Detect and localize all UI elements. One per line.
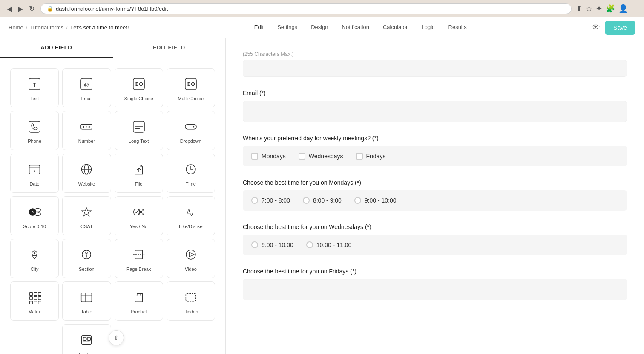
city-field-icon <box>25 245 44 264</box>
field-item-page-break[interactable]: Page Break <box>115 239 163 278</box>
radio-900-1000[interactable] <box>354 197 361 204</box>
number-field-label: Number <box>78 139 95 144</box>
svg-text:8: 8 <box>34 169 36 173</box>
bookmark-icon[interactable]: ☆ <box>586 4 592 13</box>
wednesday-time-choices: 9:00 - 10:00 10:00 - 11:00 <box>243 235 627 255</box>
field-item-multi-choice[interactable]: Multi Choice <box>167 68 215 107</box>
website-field-icon <box>77 160 96 179</box>
field-item-date[interactable]: 8 Date <box>10 154 59 193</box>
lookup-field-label: Lookup <box>79 352 94 354</box>
radio-700-800[interactable] <box>251 197 258 204</box>
svg-point-6 <box>136 83 138 85</box>
checkbox-wednesdays[interactable] <box>299 153 305 160</box>
choice-wed-1000-1100[interactable]: 10:00 - 11:00 <box>306 241 352 248</box>
puzzle-icon[interactable]: 🧩 <box>606 4 615 13</box>
phone-field-icon <box>25 117 44 136</box>
radio-800-900[interactable] <box>303 197 310 204</box>
field-item-product[interactable]: Product <box>115 281 163 321</box>
svg-marker-53 <box>189 252 194 257</box>
avatar-icon[interactable]: 👤 <box>618 4 628 13</box>
file-field-label: File <box>135 181 143 186</box>
field-item-long-text[interactable]: Long Text <box>115 111 163 150</box>
multi-choice-field-label: Multi Choice <box>178 96 204 101</box>
friday-time-choices <box>243 279 627 300</box>
tab-edit[interactable]: Edit <box>247 17 270 38</box>
wednesday-time-label: Choose the best time for you on Wednesda… <box>243 223 627 230</box>
radio-wed-900-1000[interactable] <box>251 241 258 248</box>
email-input-area[interactable] <box>243 101 627 122</box>
field-item-matrix[interactable]: Matrix <box>10 281 59 321</box>
field-item-file[interactable]: File <box>115 154 163 193</box>
radio-wed-1000-1100[interactable] <box>306 241 313 248</box>
url-text: dash.formaloo.net/u/my-forms/YF8o1Hb0/ed… <box>56 6 168 12</box>
forward-button[interactable]: ▶ <box>16 4 25 14</box>
address-bar[interactable]: 🔒 dash.formaloo.net/u/my-forms/YF8o1Hb0/… <box>40 3 572 14</box>
field-item-dropdown[interactable]: Dropdown <box>167 111 215 150</box>
tab-results[interactable]: Results <box>442 17 474 38</box>
matrix-field-icon <box>25 288 44 307</box>
refresh-button[interactable]: ↻ <box>27 4 36 14</box>
choice-fridays[interactable]: Fridays <box>356 153 386 160</box>
breadcrumb-home[interactable]: Home <box>9 24 23 31</box>
hidden-field-label: Hidden <box>183 309 198 314</box>
choice-800-900[interactable]: 8:00 - 9:00 <box>303 197 342 204</box>
choice-wednesdays[interactable]: Wednesdays <box>299 153 343 160</box>
video-field-icon <box>181 245 200 264</box>
preview-button[interactable]: 👁 <box>592 23 600 32</box>
text-field-icon: T <box>25 75 44 93</box>
menu-icon[interactable]: ⋮ <box>631 4 639 13</box>
field-item-text[interactable]: T Text <box>10 68 59 107</box>
field-item-table[interactable]: Table <box>62 281 111 321</box>
nav-tabs: Edit Settings Design Notification Calcul… <box>247 17 474 38</box>
panel-tabs: ADD FIELD EDIT FIELD <box>0 38 225 58</box>
checkbox-mondays[interactable] <box>251 153 258 160</box>
long-text-field-icon <box>129 117 148 136</box>
tab-design[interactable]: Design <box>304 17 335 38</box>
field-item-section[interactable]: Section <box>62 239 111 278</box>
choice-mondays[interactable]: Mondays <box>251 153 286 160</box>
field-item-like-dislike[interactable]: Like/Dislike <box>167 196 215 235</box>
breadcrumb-tutorial[interactable]: Tutorial forms <box>30 24 63 31</box>
hidden-field-icon <box>181 288 200 307</box>
tab-edit-field[interactable]: EDIT FIELD <box>113 38 226 58</box>
svg-rect-62 <box>38 301 41 304</box>
field-item-city[interactable]: City <box>10 239 59 278</box>
tab-notification[interactable]: Notification <box>335 17 376 38</box>
choice-700-800[interactable]: 7:00 - 8:00 <box>251 197 290 204</box>
field-item-score[interactable]: 0 10 Score 0-10 <box>10 196 59 235</box>
extension-icon[interactable]: ✦ <box>596 4 602 13</box>
date-field-label: Date <box>30 181 40 186</box>
share-icon[interactable]: ⬆ <box>576 4 582 13</box>
field-item-csat[interactable]: CSAT <box>62 196 111 235</box>
field-item-yes-no[interactable]: Yes / No <box>115 196 163 235</box>
tab-settings[interactable]: Settings <box>270 17 304 38</box>
tab-add-field[interactable]: ADD FIELD <box>0 38 113 58</box>
text-field-input[interactable] <box>243 60 627 77</box>
field-item-single-choice[interactable]: Single Choice <box>115 68 163 107</box>
checkbox-fridays[interactable] <box>356 153 363 160</box>
choice-wed-900-1000-label: 9:00 - 10:00 <box>262 241 293 248</box>
field-item-hidden[interactable]: Hidden <box>167 281 215 321</box>
field-item-website[interactable]: Website <box>62 154 111 193</box>
field-item-lookup[interactable]: Lookup <box>62 324 111 354</box>
matrix-field-label: Matrix <box>28 309 41 314</box>
save-button[interactable]: Save <box>605 21 635 35</box>
choice-wed-900-1000[interactable]: 9:00 - 10:00 <box>251 241 293 248</box>
back-button[interactable]: ◀ <box>5 4 14 14</box>
choice-900-1000-label: 9:00 - 10:00 <box>365 197 397 204</box>
browser-nav: ◀ ▶ ↻ <box>5 4 36 14</box>
field-item-time[interactable]: Time <box>167 154 215 193</box>
tab-calculator[interactable]: Calculator <box>376 17 415 38</box>
score-field-icon: 0 10 <box>25 203 44 221</box>
choice-900-1000[interactable]: 9:00 - 10:00 <box>354 197 397 204</box>
field-item-email[interactable]: @ Email <box>62 68 111 107</box>
choice-800-900-label: 8:00 - 9:00 <box>313 197 342 204</box>
scroll-up-button[interactable]: ⇧ <box>109 330 124 345</box>
svg-text:1 2 3: 1 2 3 <box>83 125 90 129</box>
field-item-number[interactable]: 1 2 3 Number <box>62 111 111 150</box>
time-field-icon <box>181 160 200 179</box>
tab-logic[interactable]: Logic <box>414 17 441 38</box>
field-item-phone[interactable]: Phone <box>10 111 59 150</box>
field-item-video[interactable]: Video <box>167 239 215 278</box>
header-right: 👁 Save <box>592 21 635 35</box>
